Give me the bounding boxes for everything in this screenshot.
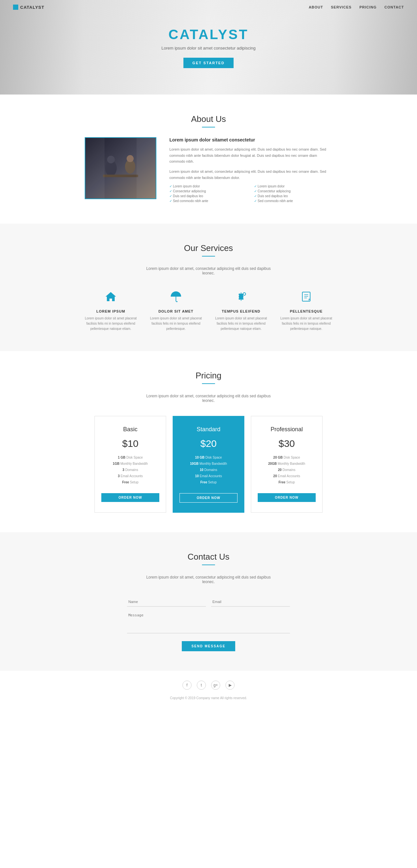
nav-services[interactable]: SERVICES — [331, 5, 352, 9]
about-text: Lorem ipsum dolor sitamet consectetur Lo… — [169, 137, 332, 204]
pricing-divider — [202, 383, 215, 384]
service-text-4: Lorem ipsum dolor sit amet placerat faci… — [277, 316, 335, 332]
services-divider — [202, 256, 215, 256]
service-icon-4: A — [298, 288, 314, 305]
home-icon — [104, 289, 118, 304]
about-image — [85, 137, 156, 199]
logo-icon — [13, 5, 18, 10]
pricing-basic-f4: 3 Email Accounts — [101, 474, 159, 478]
social-google-button[interactable]: g+ — [211, 681, 220, 690]
book-icon: A — [299, 289, 313, 304]
hero-subtitle: Lorem ipsum dolor sit amet consectetur a… — [161, 45, 255, 51]
about-image-inner — [85, 138, 156, 198]
pricing-professional-cta[interactable]: ORDER NOW — [258, 493, 316, 502]
service-title-3: TEMPUS ELEIFEND — [212, 309, 270, 313]
pricing-standard-title: Standard — [180, 426, 237, 433]
service-item-2: DOLOR SIT AMET Lorem ipsum dolor sit ame… — [147, 288, 205, 332]
service-title-2: DOLOR SIT AMET — [147, 309, 205, 313]
about-para-2: Lorem ipsum dolor sit amet, consectetur … — [169, 168, 332, 181]
service-title-4: PELLENTESQUE — [277, 309, 335, 313]
contact-submit-button[interactable]: SEND MESSAGE — [182, 641, 235, 651]
social-icons: f t g+ ▶ — [13, 681, 404, 690]
contact-name-input[interactable] — [127, 597, 206, 607]
check-item-r4: Sed commodo nibh ante — [254, 199, 332, 203]
service-text-3: Lorem ipsum dolor sit amet placerat faci… — [212, 316, 270, 332]
check-item-l1: Lorem ipsum dolor — [169, 185, 248, 188]
nav-links: ABOUT SERVICES PRICING CONTACT — [309, 5, 404, 9]
svg-point-5 — [127, 155, 134, 162]
about-heading: Lorem ipsum dolor sitamet consectetur — [169, 137, 332, 143]
svg-rect-6 — [103, 175, 138, 177]
social-twitter-button[interactable]: t — [197, 681, 206, 690]
svg-point-11 — [243, 293, 246, 295]
nav-about[interactable]: ABOUT — [309, 5, 323, 9]
about-section: About Us — [0, 95, 417, 224]
gear-icon — [234, 289, 248, 304]
about-checks-right: Lorem ipsum dolor Consectetur adipiscing… — [254, 185, 332, 204]
pricing-basic-f2: 1GB Monthly Bandwidth — [101, 462, 159, 465]
nav-pricing[interactable]: PRICING — [359, 5, 377, 9]
contact-email-input[interactable] — [211, 597, 290, 607]
pricing-card-basic: Basic $10 1 GB Disk Space 1GB Monthly Ba… — [94, 416, 166, 513]
social-youtube-button[interactable]: ▶ — [225, 681, 234, 690]
about-title: About Us — [33, 114, 384, 124]
service-item-4: A PELLENTESQUE Lorem ipsum dolor sit ame… — [277, 288, 335, 332]
service-item-3: TEMPUS ELEIFEND Lorem ipsum dolor sit am… — [212, 288, 270, 332]
check-item-l3: Duis sed dapibus leo — [169, 194, 248, 198]
pricing-section: Pricing Lorem ipsum dolor sit amet, cons… — [0, 351, 417, 532]
pricing-professional-price: $30 — [258, 438, 316, 449]
pricing-subtitle: Lorem ipsum dolor sit amet, consectetur … — [143, 394, 274, 403]
logo-text: CATALYST — [20, 5, 44, 10]
contact-form: SEND MESSAGE — [127, 597, 290, 651]
about-inner: Lorem ipsum dolor sitamet consectetur Lo… — [85, 137, 332, 204]
services-grid: LOREM IPSUM Lorem ipsum dolor sit amet p… — [20, 288, 397, 332]
pricing-professional-title: Professional — [258, 426, 316, 433]
services-title: Our Services — [20, 243, 397, 253]
pricing-standard-cta[interactable]: ORDER NOW — [180, 493, 237, 503]
pricing-basic-f1: 1 GB Disk Space — [101, 456, 159, 459]
pricing-professional-f5: Free Setup — [258, 480, 316, 484]
hero-cta-button[interactable]: GET STARTED — [184, 58, 234, 68]
service-text-2: Lorem ipsum dolor sit amet placerat faci… — [147, 316, 205, 332]
check-item-r3: Duis sed dapibus leo — [254, 194, 332, 198]
contact-subtitle: Lorem ipsum dolor sit amet, consectetur … — [143, 575, 274, 584]
pricing-basic-f3: 3 Domains — [101, 468, 159, 472]
pricing-basic-price: $10 — [101, 438, 159, 449]
pricing-standard-f2: 10GB Monthly Bandwidth — [180, 462, 237, 465]
footer: f t g+ ▶ Copyright © 2019 Company name A… — [0, 671, 417, 710]
check-item-l4: Sed commodo nibh ante — [169, 199, 248, 203]
pricing-card-standard: Standard $20 10 GB Disk Space 10GB Month… — [173, 416, 244, 513]
nav-contact[interactable]: CONTACT — [384, 5, 404, 9]
check-item-l2: Consectetur adipiscing — [169, 189, 248, 193]
service-icon-2 — [168, 288, 184, 305]
footer-copyright: Copyright © 2019 Company name All rights… — [13, 696, 404, 700]
pricing-standard-f1: 10 GB Disk Space — [180, 456, 237, 459]
svg-rect-8 — [136, 138, 156, 199]
service-icon-1 — [103, 288, 119, 305]
service-title-1: LOREM IPSUM — [82, 309, 140, 313]
svg-point-4 — [107, 156, 115, 164]
services-section: Our Services Lorem ipsum dolor sit amet,… — [0, 224, 417, 351]
contact-divider — [202, 564, 215, 565]
pricing-basic-cta[interactable]: ORDER NOW — [101, 493, 159, 502]
contact-name-email-row — [127, 597, 290, 607]
social-facebook-button[interactable]: f — [183, 681, 192, 690]
svg-text:A: A — [308, 298, 311, 301]
about-para-1: Lorem ipsum dolor sit amet, consectetur … — [169, 146, 332, 165]
pricing-professional-f2: 20GB Monthly Bandwidth — [258, 462, 316, 465]
umbrella-icon — [169, 289, 183, 304]
check-item-r2: Consectetur adipiscing — [254, 189, 332, 193]
pricing-standard-f4: 10 Email Accounts — [180, 474, 237, 478]
pricing-standard-price: $20 — [180, 438, 237, 449]
contact-message-input[interactable] — [127, 611, 290, 633]
hero-content: CATALYST Lorem ipsum dolor sit amet cons… — [161, 27, 255, 68]
about-divider — [202, 127, 215, 127]
navbar: CATALYST ABOUT SERVICES PRICING CONTACT — [0, 0, 417, 14]
pricing-standard-f3: 10 Domains — [180, 468, 237, 472]
pricing-title: Pricing — [20, 371, 397, 381]
nav-logo: CATALYST — [13, 5, 44, 10]
contact-title: Contact Us — [33, 552, 384, 562]
contact-section: Contact Us Lorem ipsum dolor sit amet, c… — [0, 532, 417, 671]
pricing-standard-f5: Free Setup — [180, 480, 237, 484]
pricing-card-professional: Professional $30 20 GB Disk Space 20GB M… — [251, 416, 323, 513]
